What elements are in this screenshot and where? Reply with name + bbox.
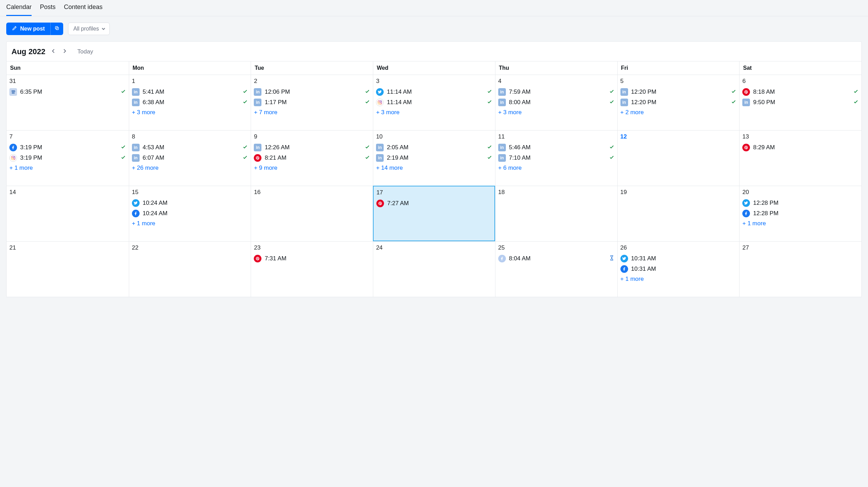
- post-time: 4:53 AM: [143, 144, 164, 151]
- check-icon: [487, 154, 492, 162]
- scheduled-post[interactable]: 12:28 PM: [742, 208, 859, 219]
- day-cell[interactable]: 22: [129, 241, 251, 297]
- day-cell[interactable]: 8in4:53 AMin6:07 AM+ 26 more: [129, 130, 251, 186]
- scheduled-post[interactable]: 3:19 PM: [9, 142, 126, 153]
- day-cell[interactable]: 19: [617, 186, 740, 241]
- scheduled-post[interactable]: 10:31 AM: [620, 264, 737, 274]
- day-cell[interactable]: 27: [739, 241, 861, 297]
- chevron-left-icon: [52, 49, 55, 55]
- day-cell[interactable]: 68:18 AMin9:50 PM: [739, 75, 861, 130]
- day-cell[interactable]: 138:29 AM: [739, 130, 861, 186]
- scheduled-post[interactable]: in2:05 AM: [376, 142, 492, 153]
- day-cell[interactable]: 2012:28 PM12:28 PM+ 1 more: [739, 186, 861, 241]
- tab-content-ideas[interactable]: Content ideas: [64, 3, 102, 16]
- scheduled-post[interactable]: 7:31 AM: [254, 253, 370, 264]
- day-cell[interactable]: 1in5:41 AMin6:38 AM+ 3 more: [129, 75, 251, 130]
- weekday-header: Sat: [739, 61, 861, 75]
- tab-calendar[interactable]: Calendar: [6, 3, 32, 16]
- scheduled-post[interactable]: 10:31 AM: [620, 253, 737, 264]
- scheduled-post[interactable]: 8:04 AM: [498, 253, 615, 264]
- check-icon: [731, 89, 736, 96]
- day-cell[interactable]: 14: [7, 186, 129, 241]
- scheduled-post[interactable]: 11:14 AM: [376, 87, 492, 97]
- day-cell[interactable]: 21: [7, 241, 129, 297]
- more-posts-link[interactable]: + 1 more: [9, 163, 126, 171]
- day-number: 19: [620, 189, 737, 196]
- scheduled-post[interactable]: 7:27 AM: [376, 198, 492, 209]
- scheduled-post[interactable]: 11:14 AM: [376, 97, 492, 108]
- next-month-button[interactable]: [61, 49, 68, 55]
- day-cell[interactable]: 4in7:59 AMin8:00 AM+ 3 more: [495, 75, 617, 130]
- day-cell[interactable]: 9in12:26 AM8:21 AM+ 9 more: [251, 130, 373, 186]
- day-cell[interactable]: 12: [617, 130, 740, 186]
- scheduled-post[interactable]: in12:06 PM: [254, 87, 370, 97]
- scheduled-post[interactable]: in6:38 AM: [132, 97, 248, 108]
- day-cell[interactable]: 16: [251, 186, 373, 241]
- scheduled-post[interactable]: in12:26 AM: [254, 142, 370, 153]
- more-posts-link[interactable]: + 7 more: [254, 108, 370, 116]
- day-cell[interactable]: 24: [373, 241, 495, 297]
- today-button[interactable]: Today: [77, 48, 93, 55]
- copy-icon: [55, 26, 59, 32]
- day-cell[interactable]: 177:27 AM: [373, 186, 495, 241]
- scheduled-post[interactable]: in5:46 AM: [498, 142, 615, 153]
- day-cell[interactable]: 73:19 PM3:19 PM+ 1 more: [7, 130, 129, 186]
- day-cell[interactable]: 5in12:20 PMin12:20 PM+ 2 more: [617, 75, 740, 130]
- more-posts-link[interactable]: + 3 more: [132, 108, 248, 116]
- hourglass-icon: [609, 255, 615, 262]
- scheduled-post[interactable]: 8:18 AM: [742, 87, 859, 97]
- day-number: 26: [620, 244, 737, 251]
- day-cell[interactable]: 2610:31 AM10:31 AM+ 1 more: [617, 241, 740, 297]
- more-posts-link[interactable]: + 1 more: [742, 219, 859, 227]
- post-time: 3:19 PM: [20, 154, 42, 161]
- more-posts-link[interactable]: + 9 more: [254, 163, 370, 171]
- check-icon: [242, 99, 248, 106]
- check-icon: [242, 154, 248, 162]
- scheduled-post[interactable]: in7:59 AM: [498, 87, 615, 97]
- scheduled-post[interactable]: in8:00 AM: [498, 97, 615, 108]
- day-cell[interactable]: 311:14 AM11:14 AM+ 3 more: [373, 75, 495, 130]
- more-posts-link[interactable]: + 6 more: [498, 163, 615, 171]
- post-time: 8:21 AM: [265, 154, 286, 161]
- scheduled-post[interactable]: 3:19 PM: [9, 153, 126, 163]
- top-tabs: Calendar Posts Content ideas: [0, 0, 868, 16]
- scheduled-post[interactable]: 10:24 AM: [132, 208, 248, 219]
- scheduled-post[interactable]: in7:10 AM: [498, 153, 615, 163]
- day-cell[interactable]: 18: [495, 186, 617, 241]
- more-posts-link[interactable]: + 14 more: [376, 163, 492, 171]
- more-posts-link[interactable]: + 3 more: [376, 108, 492, 116]
- day-cell[interactable]: 258:04 AM: [495, 241, 617, 297]
- profile-filter[interactable]: All profiles: [68, 23, 110, 35]
- day-number: 17: [376, 189, 492, 196]
- scheduled-post[interactable]: in1:17 PM: [254, 97, 370, 108]
- more-posts-link[interactable]: + 1 more: [132, 219, 248, 227]
- scheduled-post[interactable]: 8:21 AM: [254, 153, 370, 163]
- new-post-button[interactable]: New post: [6, 23, 63, 35]
- scheduled-post[interactable]: 12:28 PM: [742, 198, 859, 208]
- weekday-header: Sun: [7, 61, 129, 75]
- more-posts-link[interactable]: + 2 more: [620, 108, 737, 116]
- day-cell[interactable]: 1510:24 AM10:24 AM+ 1 more: [129, 186, 251, 241]
- scheduled-post[interactable]: 10:24 AM: [132, 198, 248, 208]
- more-posts-link[interactable]: + 26 more: [132, 163, 248, 171]
- scheduled-post[interactable]: in6:07 AM: [132, 153, 248, 163]
- day-cell[interactable]: 316:35 PM: [7, 75, 129, 130]
- more-posts-link[interactable]: + 1 more: [620, 274, 737, 283]
- scheduled-post[interactable]: in12:20 PM: [620, 97, 737, 108]
- day-cell[interactable]: 10in2:05 AMin2:19 AM+ 14 more: [373, 130, 495, 186]
- tab-posts[interactable]: Posts: [40, 3, 56, 16]
- day-cell[interactable]: 237:31 AM: [251, 241, 373, 297]
- new-post-split[interactable]: [51, 23, 63, 35]
- day-cell[interactable]: 2in12:06 PMin1:17 PM+ 7 more: [251, 75, 373, 130]
- scheduled-post[interactable]: 6:35 PM: [9, 87, 126, 97]
- scheduled-post[interactable]: in4:53 AM: [132, 142, 248, 153]
- scheduled-post[interactable]: in12:20 PM: [620, 87, 737, 97]
- day-cell[interactable]: 11in5:46 AMin7:10 AM+ 6 more: [495, 130, 617, 186]
- scheduled-post[interactable]: in2:19 AM: [376, 153, 492, 163]
- day-number: 24: [376, 244, 492, 251]
- more-posts-link[interactable]: + 3 more: [498, 108, 615, 116]
- prev-month-button[interactable]: [50, 49, 57, 55]
- scheduled-post[interactable]: 8:29 AM: [742, 142, 859, 153]
- scheduled-post[interactable]: in9:50 PM: [742, 97, 859, 108]
- scheduled-post[interactable]: in5:41 AM: [132, 87, 248, 97]
